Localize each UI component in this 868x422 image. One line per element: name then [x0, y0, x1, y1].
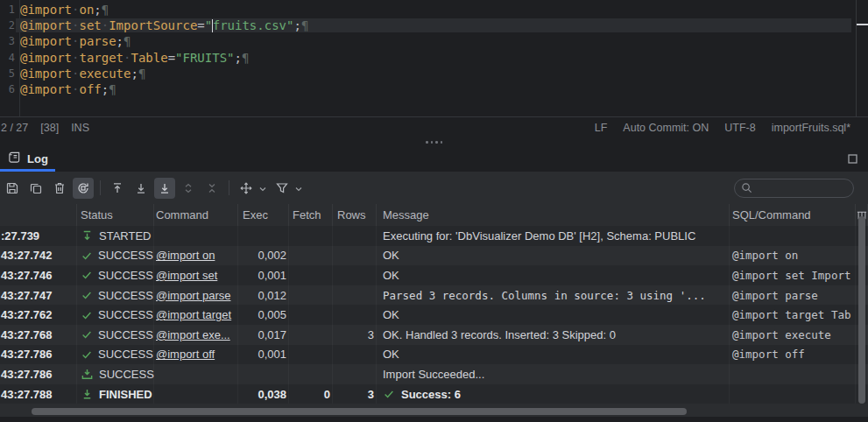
cell-status: SUCCESS: [77, 305, 154, 325]
cell-status: SUCCESS: [77, 325, 154, 345]
column-header-fetch[interactable]: Fetch: [289, 204, 333, 226]
filter-button[interactable]: [272, 178, 293, 199]
editor-line[interactable]: 4@import·target·Table="FRUITS";¶: [0, 50, 868, 66]
vertical-scrollbar-thumb[interactable]: [858, 216, 865, 404]
editor-right-border: [856, 0, 857, 116]
log-row[interactable]: 43:27.786SUCCESSImport Succeeded...: [0, 364, 868, 384]
line-number: 6: [0, 83, 15, 95]
toolbar-separator: [229, 180, 229, 195]
cell-rows: [333, 345, 377, 365]
command-link[interactable]: @import exe...: [156, 328, 230, 341]
scroll-to-bottom-button[interactable]: [131, 178, 152, 199]
column-header-status[interactable]: Status: [77, 204, 154, 226]
cell-fetch: [289, 246, 333, 266]
cell-fetch: [289, 325, 333, 345]
tab-log-label: Log: [27, 152, 48, 165]
cell-rows: [333, 364, 377, 384]
save-log-button[interactable]: [2, 178, 23, 199]
log-row[interactable]: :27.739STARTEDExecuting for: 'DbVisualiz…: [0, 226, 868, 246]
log-row[interactable]: 43:27.747SUCCESS@import parse0,012Parsed…: [0, 285, 868, 306]
encoding-indicator[interactable]: UTF-8: [724, 122, 755, 134]
command-link[interactable]: @import set: [156, 269, 217, 282]
cell-rows: [333, 265, 377, 285]
search-input[interactable]: [757, 181, 848, 195]
import-status-icon: [81, 368, 94, 381]
horizontal-scrollbar-thumb[interactable]: [32, 408, 687, 415]
log-search-field[interactable]: [734, 179, 854, 198]
editor-line[interactable]: 6@import·off;¶: [0, 81, 868, 97]
cell-message: OK: [377, 305, 730, 325]
editor-line[interactable]: 2@import·set·ImportSource="fruits.csv";¶: [0, 18, 868, 33]
cell-rows: 3: [333, 384, 377, 404]
column-header-rows[interactable]: Rows: [333, 204, 377, 226]
cell-time: 43:27.747: [0, 285, 77, 306]
insert-mode-indicator[interactable]: INS: [71, 122, 89, 134]
command-link[interactable]: @import off: [156, 348, 215, 361]
fit-columns-button[interactable]: [236, 178, 257, 199]
cell-status: SUCCESS: [77, 246, 154, 266]
cell-time: 43:27.742: [0, 246, 77, 266]
cell-exec: 0,002: [238, 246, 289, 266]
log-scroll-icon: [8, 151, 21, 167]
cell-sql-command: @import on: [730, 246, 856, 266]
log-row[interactable]: 43:27.762SUCCESS@import target0,005OK@im…: [0, 305, 868, 325]
code-text: @import·target·Table="FRUITS";¶: [16, 51, 851, 65]
collapse-rows-button[interactable]: [201, 178, 222, 199]
cell-exec: 0,012: [238, 285, 289, 306]
cell-fetch: [289, 226, 333, 246]
search-icon: [741, 182, 752, 193]
cell-time: 43:27.786: [0, 364, 77, 384]
cell-command: @import set: [154, 265, 238, 285]
cell-command: [154, 364, 238, 384]
cell-status: STARTED: [77, 226, 154, 246]
line-ending-indicator[interactable]: LF: [595, 122, 608, 134]
cell-exec: [238, 226, 289, 246]
editor-line[interactable]: 1@import·on;¶: [0, 2, 868, 18]
command-link[interactable]: @import parse: [156, 289, 230, 302]
started-status-icon: [81, 229, 94, 243]
chevron-down-icon[interactable]: [295, 180, 302, 196]
log-row[interactable]: 43:27.788FINISHED0,03803Success: 6: [0, 384, 868, 404]
column-header-message[interactable]: Message: [377, 204, 730, 226]
cell-fetch: [289, 345, 333, 365]
expand-rows-button[interactable]: [178, 178, 199, 199]
command-link[interactable]: @import target: [156, 308, 231, 321]
log-row[interactable]: 43:27.786SUCCESS@import off0,001OK@impor…: [0, 345, 868, 365]
cell-fetch: [289, 265, 333, 285]
tab-log[interactable]: Log: [0, 145, 59, 172]
cell-exec: 0,001: [238, 345, 289, 365]
scroll-to-top-button[interactable]: [107, 178, 128, 199]
column-header-exec[interactable]: Exec: [238, 204, 289, 226]
horizontal-scrollbar-track[interactable]: [0, 404, 868, 417]
caret-scroll-marker-icon: [857, 24, 868, 25]
maximize-panel-button[interactable]: [846, 152, 859, 165]
cell-exec: [238, 364, 289, 384]
cell-status: SUCCESS: [77, 285, 154, 306]
column-header-time[interactable]: [0, 204, 77, 226]
command-link[interactable]: @import on: [156, 249, 215, 262]
cell-time: 43:27.762: [0, 305, 77, 325]
tail-log-toggle-button[interactable]: [154, 178, 175, 199]
sql-editor[interactable]: 1@import·on;¶2@import·set·ImportSource="…: [0, 0, 868, 116]
cell-status: SUCCESS: [77, 345, 154, 365]
check-status-icon: [81, 250, 93, 262]
log-row[interactable]: 43:27.768SUCCESS@import exe...0,0173OK. …: [0, 325, 868, 345]
log-row[interactable]: 43:27.742SUCCESS@import on0,002OK@import…: [0, 246, 868, 266]
column-header-command[interactable]: Command: [154, 204, 238, 226]
success-check-icon: [383, 388, 395, 400]
copy-button[interactable]: [25, 178, 46, 199]
line-number: 4: [0, 52, 15, 64]
editor-line[interactable]: 3@import·parse;¶: [0, 33, 868, 49]
finished-status-icon: [81, 388, 94, 401]
log-row[interactable]: 43:27.746SUCCESS@import set0,001OK@impor…: [0, 265, 868, 285]
column-header-sql-command[interactable]: SQL/Command: [730, 204, 856, 226]
auto-commit-indicator[interactable]: Auto Commit: ON: [623, 122, 709, 134]
cell-exec: 0,001: [238, 265, 289, 285]
keep-log-toggle-button[interactable]: [73, 178, 94, 199]
cell-command: @import parse: [154, 285, 238, 306]
chevron-down-icon[interactable]: [259, 180, 266, 196]
cell-exec: 0,005: [238, 305, 289, 325]
cell-command: [154, 226, 238, 246]
editor-line[interactable]: 5@import·execute;¶: [0, 66, 868, 81]
clear-log-button[interactable]: [49, 178, 70, 199]
